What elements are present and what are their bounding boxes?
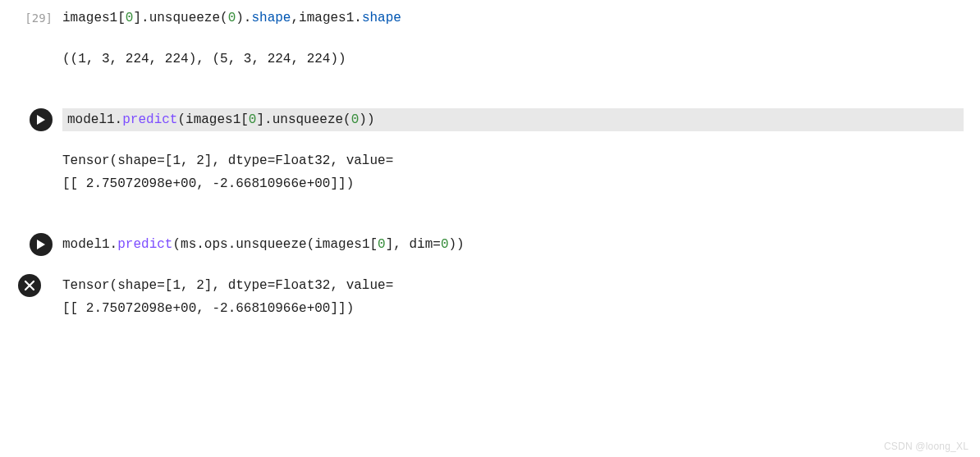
watermark: CSDN @loong_XL	[884, 441, 969, 452]
cell-main: model1.predict(ms.ops.unsqueeze(images1[…	[62, 233, 980, 256]
play-icon	[36, 239, 46, 250]
code-input[interactable]: images1[0].unsqueeze(0).shape,images1.sh…	[62, 7, 964, 30]
cell-main: images1[0].unsqueeze(0).shape,images1.sh…	[62, 7, 980, 71]
code-input[interactable]: model1.predict(ms.ops.unsqueeze(images1[…	[62, 233, 964, 256]
cell-gutter	[0, 233, 62, 256]
cell-gutter: [29]	[0, 7, 62, 30]
cell-main: model1.predict(images1[0].unsqueeze(0)) …	[62, 108, 980, 195]
execution-count: [29]	[25, 11, 53, 25]
cell-output: Tensor(shape=[1, 2], dtype=Float32, valu…	[62, 274, 980, 320]
code-cell[interactable]: model1.predict(ms.ops.unsqueeze(images1[…	[0, 226, 980, 263]
close-icon	[24, 280, 35, 291]
output-line: Tensor(shape=[1, 2], dtype=Float32, valu…	[62, 274, 964, 297]
error-indicator[interactable]	[18, 274, 41, 297]
code-cell[interactable]: model1.predict(images1[0].unsqueeze(0)) …	[0, 102, 980, 202]
cell-gutter	[0, 274, 62, 297]
output-line: Tensor(shape=[1, 2], dtype=Float32, valu…	[62, 149, 964, 172]
output-line: ((1, 3, 224, 224), (5, 3, 224, 224))	[62, 48, 964, 71]
cell-output: ((1, 3, 224, 224), (5, 3, 224, 224))	[62, 48, 964, 71]
run-button[interactable]	[30, 108, 53, 131]
cell-gutter	[0, 108, 62, 131]
play-icon	[36, 114, 46, 126]
output-line: [[ 2.75072098e+00, -2.66810966e+00]])	[62, 172, 964, 195]
cell-output: Tensor(shape=[1, 2], dtype=Float32, valu…	[62, 149, 964, 195]
code-cell[interactable]: [29] images1[0].unsqueeze(0).shape,image…	[0, 0, 980, 77]
output-line: [[ 2.75072098e+00, -2.66810966e+00]])	[62, 297, 964, 320]
code-input[interactable]: model1.predict(images1[0].unsqueeze(0))	[67, 108, 959, 131]
run-button[interactable]	[30, 233, 53, 256]
